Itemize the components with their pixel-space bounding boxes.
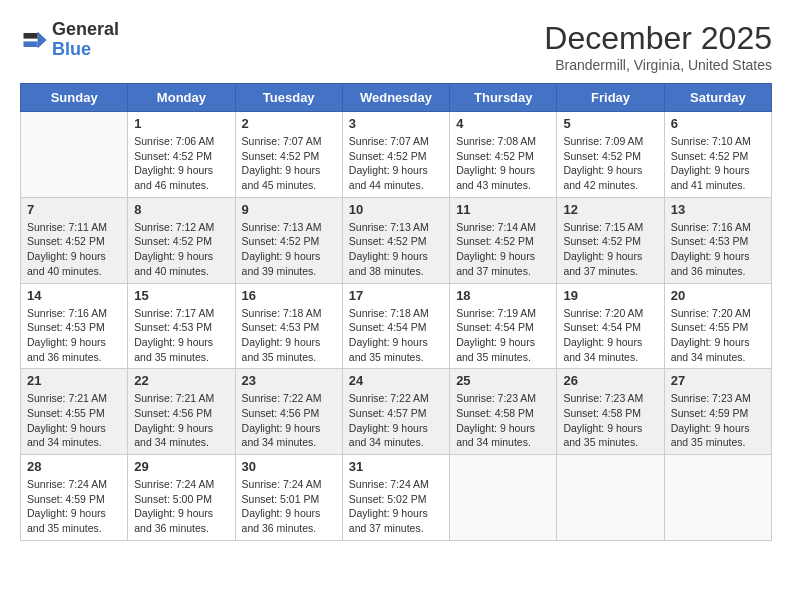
day-info: Sunrise: 7:06 AMSunset: 4:52 PMDaylight:… bbox=[134, 134, 228, 193]
day-info: Sunrise: 7:11 AMSunset: 4:52 PMDaylight:… bbox=[27, 220, 121, 279]
day-number: 21 bbox=[27, 373, 121, 388]
calendar-week-row: 7Sunrise: 7:11 AMSunset: 4:52 PMDaylight… bbox=[21, 197, 772, 283]
col-header-friday: Friday bbox=[557, 84, 664, 112]
day-number: 15 bbox=[134, 288, 228, 303]
calendar-cell: 2Sunrise: 7:07 AMSunset: 4:52 PMDaylight… bbox=[235, 112, 342, 198]
day-info: Sunrise: 7:18 AMSunset: 4:54 PMDaylight:… bbox=[349, 306, 443, 365]
day-info: Sunrise: 7:17 AMSunset: 4:53 PMDaylight:… bbox=[134, 306, 228, 365]
day-number: 7 bbox=[27, 202, 121, 217]
day-info: Sunrise: 7:24 AMSunset: 4:59 PMDaylight:… bbox=[27, 477, 121, 536]
day-info: Sunrise: 7:07 AMSunset: 4:52 PMDaylight:… bbox=[242, 134, 336, 193]
day-info: Sunrise: 7:20 AMSunset: 4:54 PMDaylight:… bbox=[563, 306, 657, 365]
calendar-cell: 18Sunrise: 7:19 AMSunset: 4:54 PMDayligh… bbox=[450, 283, 557, 369]
calendar-cell: 31Sunrise: 7:24 AMSunset: 5:02 PMDayligh… bbox=[342, 455, 449, 541]
calendar-cell: 21Sunrise: 7:21 AMSunset: 4:55 PMDayligh… bbox=[21, 369, 128, 455]
calendar-cell: 16Sunrise: 7:18 AMSunset: 4:53 PMDayligh… bbox=[235, 283, 342, 369]
day-number: 24 bbox=[349, 373, 443, 388]
day-info: Sunrise: 7:20 AMSunset: 4:55 PMDaylight:… bbox=[671, 306, 765, 365]
day-info: Sunrise: 7:19 AMSunset: 4:54 PMDaylight:… bbox=[456, 306, 550, 365]
logo-general-text: General bbox=[52, 20, 119, 40]
day-number: 26 bbox=[563, 373, 657, 388]
day-number: 31 bbox=[349, 459, 443, 474]
day-info: Sunrise: 7:13 AMSunset: 4:52 PMDaylight:… bbox=[242, 220, 336, 279]
calendar-cell: 23Sunrise: 7:22 AMSunset: 4:56 PMDayligh… bbox=[235, 369, 342, 455]
calendar-cell: 8Sunrise: 7:12 AMSunset: 4:52 PMDaylight… bbox=[128, 197, 235, 283]
logo: General Blue bbox=[20, 20, 119, 60]
calendar-cell: 1Sunrise: 7:06 AMSunset: 4:52 PMDaylight… bbox=[128, 112, 235, 198]
calendar-cell: 24Sunrise: 7:22 AMSunset: 4:57 PMDayligh… bbox=[342, 369, 449, 455]
day-number: 4 bbox=[456, 116, 550, 131]
day-info: Sunrise: 7:24 AMSunset: 5:01 PMDaylight:… bbox=[242, 477, 336, 536]
day-number: 20 bbox=[671, 288, 765, 303]
day-info: Sunrise: 7:14 AMSunset: 4:52 PMDaylight:… bbox=[456, 220, 550, 279]
calendar-cell: 25Sunrise: 7:23 AMSunset: 4:58 PMDayligh… bbox=[450, 369, 557, 455]
title-block: December 2025 Brandermill, Virginia, Uni… bbox=[544, 20, 772, 73]
day-info: Sunrise: 7:18 AMSunset: 4:53 PMDaylight:… bbox=[242, 306, 336, 365]
day-info: Sunrise: 7:12 AMSunset: 4:52 PMDaylight:… bbox=[134, 220, 228, 279]
day-info: Sunrise: 7:23 AMSunset: 4:58 PMDaylight:… bbox=[563, 391, 657, 450]
calendar-cell: 22Sunrise: 7:21 AMSunset: 4:56 PMDayligh… bbox=[128, 369, 235, 455]
calendar-cell: 11Sunrise: 7:14 AMSunset: 4:52 PMDayligh… bbox=[450, 197, 557, 283]
day-info: Sunrise: 7:09 AMSunset: 4:52 PMDaylight:… bbox=[563, 134, 657, 193]
col-header-thursday: Thursday bbox=[450, 84, 557, 112]
day-info: Sunrise: 7:21 AMSunset: 4:56 PMDaylight:… bbox=[134, 391, 228, 450]
day-info: Sunrise: 7:21 AMSunset: 4:55 PMDaylight:… bbox=[27, 391, 121, 450]
calendar-cell bbox=[450, 455, 557, 541]
day-info: Sunrise: 7:22 AMSunset: 4:56 PMDaylight:… bbox=[242, 391, 336, 450]
calendar-cell: 20Sunrise: 7:20 AMSunset: 4:55 PMDayligh… bbox=[664, 283, 771, 369]
day-number: 23 bbox=[242, 373, 336, 388]
calendar-cell: 3Sunrise: 7:07 AMSunset: 4:52 PMDaylight… bbox=[342, 112, 449, 198]
page-header: General Blue December 2025 Brandermill, … bbox=[20, 20, 772, 73]
day-number: 11 bbox=[456, 202, 550, 217]
day-info: Sunrise: 7:23 AMSunset: 4:58 PMDaylight:… bbox=[456, 391, 550, 450]
day-info: Sunrise: 7:13 AMSunset: 4:52 PMDaylight:… bbox=[349, 220, 443, 279]
day-number: 27 bbox=[671, 373, 765, 388]
day-number: 28 bbox=[27, 459, 121, 474]
calendar-cell: 13Sunrise: 7:16 AMSunset: 4:53 PMDayligh… bbox=[664, 197, 771, 283]
calendar-header-row: SundayMondayTuesdayWednesdayThursdayFrid… bbox=[21, 84, 772, 112]
day-number: 13 bbox=[671, 202, 765, 217]
col-header-saturday: Saturday bbox=[664, 84, 771, 112]
calendar-week-row: 21Sunrise: 7:21 AMSunset: 4:55 PMDayligh… bbox=[21, 369, 772, 455]
day-number: 29 bbox=[134, 459, 228, 474]
day-number: 18 bbox=[456, 288, 550, 303]
calendar-cell: 9Sunrise: 7:13 AMSunset: 4:52 PMDaylight… bbox=[235, 197, 342, 283]
day-number: 1 bbox=[134, 116, 228, 131]
day-number: 17 bbox=[349, 288, 443, 303]
day-info: Sunrise: 7:24 AMSunset: 5:02 PMDaylight:… bbox=[349, 477, 443, 536]
calendar-cell bbox=[557, 455, 664, 541]
calendar-cell: 6Sunrise: 7:10 AMSunset: 4:52 PMDaylight… bbox=[664, 112, 771, 198]
logo-blue-text: Blue bbox=[52, 40, 119, 60]
day-number: 10 bbox=[349, 202, 443, 217]
day-number: 22 bbox=[134, 373, 228, 388]
day-number: 16 bbox=[242, 288, 336, 303]
calendar-cell bbox=[664, 455, 771, 541]
calendar-cell bbox=[21, 112, 128, 198]
day-number: 6 bbox=[671, 116, 765, 131]
day-info: Sunrise: 7:22 AMSunset: 4:57 PMDaylight:… bbox=[349, 391, 443, 450]
location-text: Brandermill, Virginia, United States bbox=[544, 57, 772, 73]
day-info: Sunrise: 7:15 AMSunset: 4:52 PMDaylight:… bbox=[563, 220, 657, 279]
day-info: Sunrise: 7:16 AMSunset: 4:53 PMDaylight:… bbox=[27, 306, 121, 365]
calendar-table: SundayMondayTuesdayWednesdayThursdayFrid… bbox=[20, 83, 772, 541]
calendar-cell: 27Sunrise: 7:23 AMSunset: 4:59 PMDayligh… bbox=[664, 369, 771, 455]
day-info: Sunrise: 7:08 AMSunset: 4:52 PMDaylight:… bbox=[456, 134, 550, 193]
day-number: 9 bbox=[242, 202, 336, 217]
calendar-week-row: 1Sunrise: 7:06 AMSunset: 4:52 PMDaylight… bbox=[21, 112, 772, 198]
day-number: 19 bbox=[563, 288, 657, 303]
calendar-cell: 15Sunrise: 7:17 AMSunset: 4:53 PMDayligh… bbox=[128, 283, 235, 369]
day-info: Sunrise: 7:07 AMSunset: 4:52 PMDaylight:… bbox=[349, 134, 443, 193]
logo-icon bbox=[20, 26, 48, 54]
calendar-cell: 19Sunrise: 7:20 AMSunset: 4:54 PMDayligh… bbox=[557, 283, 664, 369]
svg-rect-3 bbox=[24, 41, 38, 47]
calendar-cell: 7Sunrise: 7:11 AMSunset: 4:52 PMDaylight… bbox=[21, 197, 128, 283]
day-info: Sunrise: 7:24 AMSunset: 5:00 PMDaylight:… bbox=[134, 477, 228, 536]
calendar-week-row: 14Sunrise: 7:16 AMSunset: 4:53 PMDayligh… bbox=[21, 283, 772, 369]
col-header-monday: Monday bbox=[128, 84, 235, 112]
day-info: Sunrise: 7:23 AMSunset: 4:59 PMDaylight:… bbox=[671, 391, 765, 450]
col-header-wednesday: Wednesday bbox=[342, 84, 449, 112]
month-title: December 2025 bbox=[544, 20, 772, 57]
calendar-week-row: 28Sunrise: 7:24 AMSunset: 4:59 PMDayligh… bbox=[21, 455, 772, 541]
col-header-sunday: Sunday bbox=[21, 84, 128, 112]
calendar-cell: 5Sunrise: 7:09 AMSunset: 4:52 PMDaylight… bbox=[557, 112, 664, 198]
